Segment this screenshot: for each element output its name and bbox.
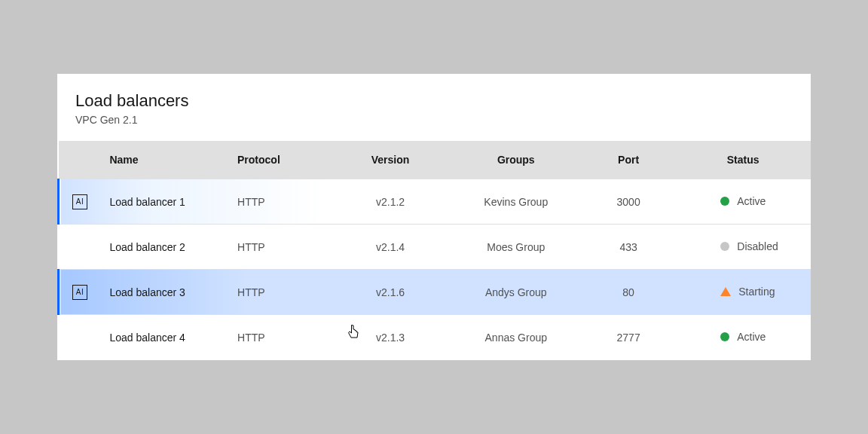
column-header-name[interactable]: Name xyxy=(97,141,225,179)
cell-version: v2.1.3 xyxy=(330,315,450,360)
column-header-port[interactable]: Port xyxy=(582,141,675,179)
cell-ai-badge: AI xyxy=(59,270,98,315)
cell-ai-badge xyxy=(59,315,98,360)
status-badge: Active xyxy=(720,331,766,343)
cell-status: Disabled xyxy=(675,225,811,270)
table-row[interactable]: AILoad balancer 1HTTPv2.1.2Kevins Group3… xyxy=(59,179,811,225)
cell-port: 80 xyxy=(582,270,675,315)
cell-groups: Moes Group xyxy=(451,225,582,270)
table-row[interactable]: Load balancer 2HTTPv2.1.4Moes Group433Di… xyxy=(59,225,811,270)
cell-protocol: HTTP xyxy=(225,225,330,270)
status-active-icon xyxy=(720,332,729,341)
column-header-groups[interactable]: Groups xyxy=(451,141,582,179)
cell-name: Load balancer 2 xyxy=(97,225,225,270)
status-active-icon xyxy=(720,197,729,206)
ai-badge-icon: AI xyxy=(72,285,87,300)
cell-name: Load balancer 4 xyxy=(97,315,225,360)
panel-header: Load balancers VPC Gen 2.1 xyxy=(57,74,811,141)
status-badge: Starting xyxy=(720,286,775,298)
cell-ai-badge: AI xyxy=(59,179,98,225)
status-label: Disabled xyxy=(737,240,778,252)
cell-name: Load balancer 3 xyxy=(97,270,225,315)
cell-protocol: HTTP xyxy=(225,315,330,360)
status-badge: Disabled xyxy=(720,240,778,252)
cell-status: Active xyxy=(675,179,811,225)
cell-groups: Annas Group xyxy=(451,315,582,360)
cell-ai-badge xyxy=(59,225,98,270)
status-label: Active xyxy=(737,331,766,343)
cell-groups: Andys Group xyxy=(451,270,582,315)
table-header-row: Name Protocol Version Groups Port Status xyxy=(59,141,811,179)
cell-groups: Kevins Group xyxy=(451,179,582,225)
column-header-protocol[interactable]: Protocol xyxy=(225,141,330,179)
cell-version: v2.1.4 xyxy=(330,225,450,270)
status-badge: Active xyxy=(720,195,766,207)
cell-protocol: HTTP xyxy=(225,270,330,315)
column-header-version[interactable]: Version xyxy=(330,141,450,179)
load-balancers-panel: Load balancers VPC Gen 2.1 Name Protocol… xyxy=(57,74,811,359)
status-label: Active xyxy=(737,195,766,207)
cell-port: 3000 xyxy=(582,179,675,225)
load-balancers-table: Name Protocol Version Groups Port Status… xyxy=(57,141,811,360)
cell-name: Load balancer 1 xyxy=(97,179,225,225)
page-title: Load balancers xyxy=(75,90,793,112)
status-label: Starting xyxy=(738,286,775,298)
table-row[interactable]: AILoad balancer 3HTTPv2.1.6Andys Group80… xyxy=(59,270,811,315)
cell-version: v2.1.2 xyxy=(330,179,450,225)
ai-badge-icon: AI xyxy=(72,194,87,209)
cell-status: Starting xyxy=(675,270,811,315)
cell-port: 2777 xyxy=(582,315,675,360)
cell-version: v2.1.6 xyxy=(330,270,450,315)
table-row[interactable]: Load balancer 4HTTPv2.1.3Annas Group2777… xyxy=(59,315,811,360)
page-subtitle: VPC Gen 2.1 xyxy=(75,114,793,126)
status-starting-icon xyxy=(720,287,731,296)
status-disabled-icon xyxy=(720,242,729,251)
column-header-ai xyxy=(59,141,98,179)
cell-status: Active xyxy=(675,315,811,360)
cell-port: 433 xyxy=(582,225,675,270)
cell-protocol: HTTP xyxy=(225,179,330,225)
column-header-status[interactable]: Status xyxy=(675,141,811,179)
